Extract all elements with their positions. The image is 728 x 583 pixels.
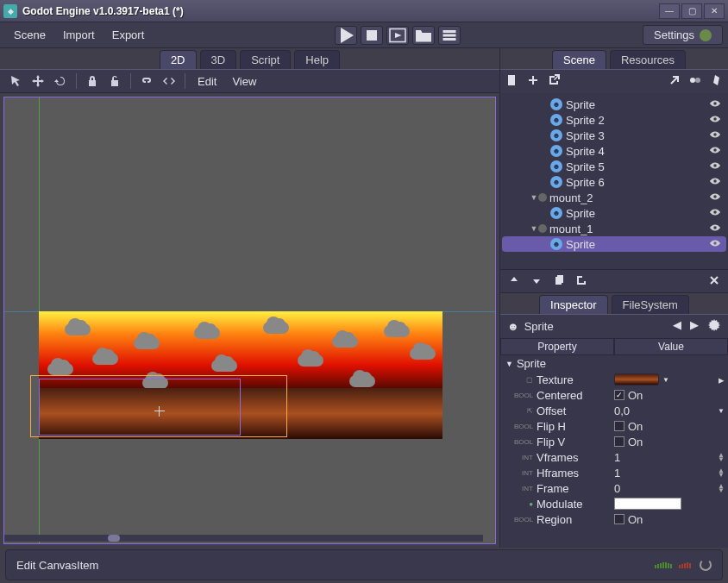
visibility-eye-icon[interactable] <box>709 222 723 236</box>
move-down-icon[interactable] <box>530 273 543 290</box>
close-button[interactable]: ✕ <box>704 3 725 19</box>
tab-3d[interactable]: 3D <box>200 50 237 69</box>
visibility-eye-icon[interactable] <box>709 237 723 252</box>
checkbox-fliph[interactable] <box>614 421 624 431</box>
connect-icon[interactable] <box>668 73 681 90</box>
prop-offset[interactable]: ⇱Offset 0,0▼ <box>500 403 728 418</box>
new-node-icon[interactable] <box>505 73 519 90</box>
play-scene-button[interactable] <box>386 26 409 45</box>
visibility-eye-icon[interactable] <box>709 113 723 128</box>
tree-item-label: mount_1 <box>549 223 709 235</box>
play-button[interactable] <box>335 26 357 45</box>
tab-scene[interactable]: Scene <box>552 50 606 69</box>
color-swatch[interactable] <box>614 498 681 510</box>
gear-icon[interactable] <box>707 318 721 335</box>
checkbox-region[interactable] <box>614 514 624 524</box>
prop-fliph[interactable]: BOOLFlip H On <box>500 418 728 434</box>
chain-icon[interactable] <box>136 72 157 91</box>
prop-hframes[interactable]: INTHframes 1▲▼ <box>500 465 728 480</box>
tree-item-sprite[interactable]: ☻Sprite <box>502 97 726 112</box>
open-folder-button[interactable] <box>412 26 435 45</box>
checkbox-centered[interactable]: ✓ <box>614 390 624 400</box>
duplicate-icon[interactable] <box>552 273 566 290</box>
instance-icon[interactable] <box>547 73 561 90</box>
toolbar-edit[interactable]: Edit <box>191 75 223 88</box>
delete-node-icon[interactable] <box>707 273 721 290</box>
tree-item-label: Sprite <box>566 98 709 111</box>
texture-preview-icon[interactable] <box>614 373 659 386</box>
tree-item-sprite[interactable]: ☻Sprite <box>502 205 726 221</box>
scene-tree[interactable]: ☻Sprite☻Sprite 2☻Sprite 3☻Sprite 4☻Sprit… <box>500 93 728 269</box>
list-button[interactable] <box>438 26 461 45</box>
history-fwd-icon[interactable]: ▶ <box>690 318 699 335</box>
visibility-eye-icon[interactable] <box>709 175 723 190</box>
tab-script[interactable]: Script <box>240 50 291 69</box>
tree-item-sprite-3[interactable]: ☻Sprite 3 <box>502 128 726 143</box>
object-type-icon: ☻ <box>507 320 519 333</box>
prop-region[interactable]: BOOLRegion On <box>500 511 728 527</box>
rotate-tool-icon[interactable] <box>50 72 71 91</box>
tree-item-sprite-2[interactable]: ☻Sprite 2 <box>502 112 726 128</box>
select-tool-icon[interactable] <box>5 72 26 91</box>
viewport-canvas[interactable] <box>3 97 496 544</box>
tree-item-label: Sprite 6 <box>566 176 709 189</box>
unlock-icon[interactable] <box>104 72 125 91</box>
tree-item-mount_2[interactable]: ▼mount_2 <box>502 190 726 205</box>
move-tool-icon[interactable] <box>28 72 48 91</box>
visibility-eye-icon[interactable] <box>709 97 723 112</box>
tree-item-sprite[interactable]: ☻Sprite <box>502 236 726 252</box>
move-up-icon[interactable] <box>507 273 521 290</box>
menu-export[interactable]: Export <box>104 25 154 45</box>
groups-icon[interactable] <box>688 73 702 90</box>
menu-scene[interactable]: Scene <box>5 25 54 45</box>
visibility-eye-icon[interactable] <box>709 144 723 159</box>
history-back-icon[interactable]: ◀ <box>673 318 681 335</box>
prop-frame[interactable]: INTFrame 0▲▼ <box>500 480 728 496</box>
svg-rect-0 <box>367 30 377 41</box>
prop-texture[interactable]: ▢Texture ▼▸ <box>500 372 728 387</box>
sprite-icon: ☻ <box>550 160 562 172</box>
inspector-object-name: Sprite <box>524 320 554 333</box>
tab-resources[interactable]: Resources <box>610 50 686 69</box>
prop-vframes[interactable]: INTVframes 1▲▼ <box>500 449 728 465</box>
tab-help[interactable]: Help <box>294 50 340 69</box>
tree-item-sprite-5[interactable]: ☻Sprite 5 <box>502 159 726 174</box>
code-icon[interactable] <box>159 72 179 91</box>
selection-inner[interactable] <box>39 379 241 436</box>
menu-import[interactable]: Import <box>54 25 104 45</box>
script-icon[interactable] <box>709 73 723 90</box>
tree-item-sprite-4[interactable]: ☻Sprite 4 <box>502 143 726 159</box>
prop-centered[interactable]: BOOLCentered ✓On <box>500 387 728 403</box>
property-list[interactable]: ▼Sprite ▢Texture ▼▸ BOOLCentered ✓On ⇱Of… <box>500 355 728 548</box>
lock-icon[interactable] <box>82 72 103 91</box>
sprite-icon: ☻ <box>550 129 562 141</box>
tab-inspector[interactable]: Inspector <box>539 295 607 314</box>
minimize-button[interactable]: — <box>659 3 680 19</box>
titlebar: ◆ Godot Engine v1.0.3917-beta1 (*) — ▢ ✕ <box>0 0 728 22</box>
tree-item-mount_1[interactable]: ▼mount_1 <box>502 221 726 236</box>
expand-arrow-icon[interactable]: ▼ <box>530 224 538 233</box>
tab-2d[interactable]: 2D <box>160 50 197 69</box>
expand-arrow-icon[interactable]: ▼ <box>530 193 538 202</box>
sprite-icon: ☻ <box>550 145 562 157</box>
prop-flipv[interactable]: BOOLFlip V On <box>500 434 728 449</box>
tree-item-label: Sprite 4 <box>566 145 709 158</box>
visibility-eye-icon[interactable] <box>709 206 723 221</box>
tab-filesystem[interactable]: FileSystem <box>612 295 689 314</box>
checkbox-flipv[interactable] <box>614 436 624 447</box>
maximize-button[interactable]: ▢ <box>681 3 702 19</box>
toolbar-view[interactable]: View <box>225 75 263 88</box>
settings-button[interactable]: Settings <box>643 25 723 45</box>
reparent-icon[interactable] <box>574 273 588 290</box>
visibility-eye-icon[interactable] <box>709 191 723 205</box>
add-node-icon[interactable] <box>526 73 540 90</box>
tree-item-sprite-6[interactable]: ☻Sprite 6 <box>502 174 726 190</box>
property-group-sprite[interactable]: ▼Sprite <box>500 355 728 372</box>
stop-button[interactable] <box>361 26 383 45</box>
audio-meter-icon <box>655 562 691 568</box>
visibility-eye-icon[interactable] <box>709 160 723 174</box>
spinner-icon <box>700 559 712 571</box>
prop-modulate[interactable]: ●Modulate <box>500 496 728 511</box>
scrollbar-horizontal[interactable] <box>4 535 483 542</box>
visibility-eye-icon[interactable] <box>709 129 723 143</box>
